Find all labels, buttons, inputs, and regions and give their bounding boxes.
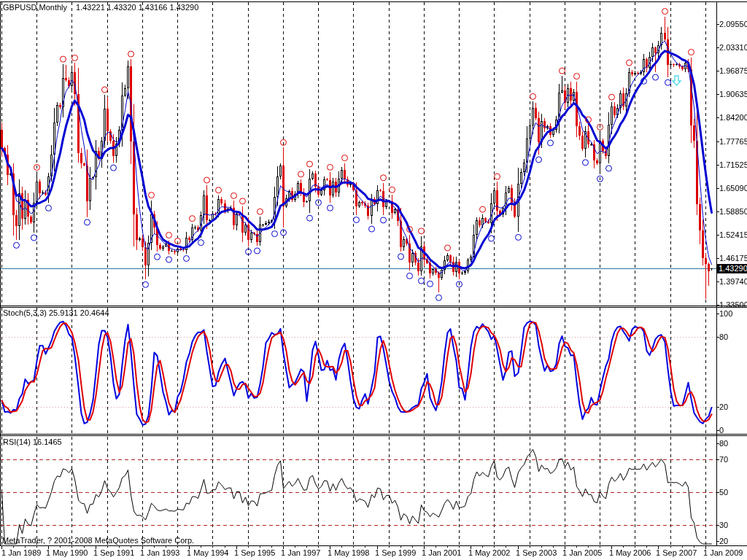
- price-axis-label: 2.09550: [719, 20, 747, 28]
- price-axis-label: 1.52415: [719, 230, 747, 239]
- rsi-axis-label: 30: [719, 521, 728, 529]
- rsi-axis-label: 70: [719, 455, 728, 464]
- chart-canvas[interactable]: [0, 0, 747, 560]
- price-axis-label: 1.39740: [719, 277, 747, 286]
- time-axis-label: 1 May 1998: [328, 548, 369, 557]
- stoch-indicator-label: Stoch(5,3,3) 25.9131 20.4644: [3, 308, 109, 317]
- current-ohlc-values: 1.43221 1.43320 1.43166 1.43290: [76, 3, 198, 12]
- stoch-axis-label: 100: [719, 309, 732, 318]
- price-axis-label: 1.46175: [719, 254, 747, 262]
- time-axis-label: 1 May 2002: [468, 548, 510, 557]
- price-axis-label: 1.77765: [719, 137, 747, 146]
- time-axis-label: 1 Sep 2007: [656, 548, 697, 557]
- rsi-axis-label: 50: [719, 488, 728, 497]
- price-axis-label: 1.90635: [719, 90, 747, 98]
- time-axis-label: 1 Sep 2003: [516, 548, 557, 557]
- time-axis-label: 1 Jan 2009: [703, 548, 743, 557]
- time-axis-label: 1 May 1990: [46, 548, 88, 557]
- price-axis-label: 1.71525: [719, 160, 747, 169]
- time-axis-label: 1 May 2006: [609, 548, 651, 557]
- price-axis-label: 1.96875: [719, 66, 747, 75]
- price-axis-label: 2.03310: [719, 43, 747, 52]
- time-axis-label: 1 Sep 1991: [93, 548, 134, 557]
- price-axis-label: 1.58850: [719, 207, 747, 216]
- time-axis-label: 1 Jan 1993: [140, 548, 179, 557]
- time-axis-label: 1 Jan 2001: [422, 548, 461, 557]
- time-axis-label: 1 Jan 1989: [1, 548, 41, 557]
- copyright-label: MetaTrader, ? 2001-2008 MetaQuotes Softw…: [2, 536, 194, 545]
- price-axis-label: 1.84200: [719, 113, 747, 122]
- price-axis-label: 1.33500: [719, 300, 747, 309]
- rsi-axis-label: 80: [719, 439, 728, 448]
- time-axis-label: 1 Sep 1999: [375, 548, 416, 557]
- stoch-axis-label: 20: [719, 402, 728, 411]
- time-axis-label: 1 Sep 1995: [234, 548, 275, 557]
- stoch-axis-label: 0: [719, 426, 724, 435]
- time-axis-label: 1 Jan 2005: [562, 548, 602, 557]
- time-axis-label: 1 Jan 1997: [281, 548, 320, 557]
- time-axis-label: 1 May 1994: [187, 548, 228, 557]
- current-price-tag: 1.43290: [717, 264, 747, 273]
- price-axis-label: 1.65090: [719, 184, 747, 192]
- terminal-chart-window: GBPUSD,Monthly1.43221 1.43320 1.43166 1.…: [0, 0, 747, 560]
- symbol-period-label: GBPUSD,Monthly: [3, 3, 67, 12]
- stoch-axis-label: 80: [719, 332, 728, 341]
- rsi-axis-label: 20: [719, 537, 728, 545]
- rsi-indicator-label: RSI(14) 16.1465: [3, 438, 62, 446]
- chart-header: GBPUSD,Monthly1.43221 1.43320 1.43166 1.…: [3, 3, 198, 12]
